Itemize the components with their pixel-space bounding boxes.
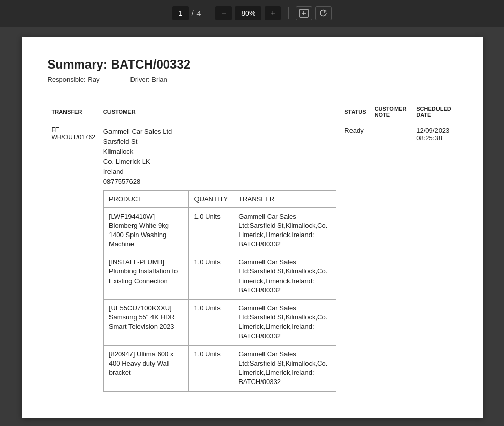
product-col-header: Product: [103, 191, 189, 208]
page-separator: /: [192, 9, 194, 17]
product-transfer-3: Gammell Car Sales Ltd:Sarsfield St,Kilma…: [233, 300, 336, 346]
divider-1: [208, 7, 208, 19]
product-row-1: [LWF194410W] Blomberg White 9kg 1400 Spi…: [103, 207, 336, 253]
toolbar: / 4 − +: [0, 0, 504, 27]
driver-field: Driver: Brian: [130, 76, 167, 83]
view-controls: [296, 6, 332, 20]
status-badge: Ready: [344, 126, 364, 134]
page-number-input[interactable]: [172, 6, 189, 20]
quantity-col-header: Quantity: [189, 191, 233, 208]
product-header-row: Product Quantity Transfer: [103, 191, 336, 208]
scheduled-date: 12/09/2023: [416, 126, 452, 134]
col-header-customer: CUSTOMER: [99, 102, 340, 121]
product-table: Product Quantity Transfer [LWF194410W] B…: [103, 190, 336, 392]
product-row-2: [INSTALL-PLUMB] Plumbing Installation to…: [103, 253, 336, 300]
customer-addr2: Kilmallock: [103, 146, 336, 157]
fit-page-button[interactable]: [296, 6, 312, 20]
zoom-controls: − +: [215, 6, 281, 20]
transfer-line1: FE: [52, 126, 95, 134]
zoom-input[interactable]: [235, 6, 261, 20]
col-header-transfer: TRANSFER: [48, 102, 99, 121]
col-header-status: STATUS: [340, 102, 370, 121]
customer-block: Gammell Car Sales Ltd Sarsfield St Kilma…: [103, 126, 336, 392]
customer-addr1: Sarsfield St: [103, 137, 336, 147]
page-wrapper: Summary: BATCH/00332 Responsible: Ray Dr…: [0, 27, 504, 426]
transfer-id: FE WH/OUT/01762: [48, 121, 99, 397]
transfers-table: TRANSFER CUSTOMER STATUS CUSTOMER NOTE S…: [48, 102, 457, 397]
document-title: Summary: BATCH/00332: [48, 57, 457, 72]
scheduled-time: 08:25:38: [416, 134, 452, 142]
section-divider: [48, 94, 457, 94]
product-row-3: [UE55CU7100KXXU] Samsung 55" 4K HDR Smar…: [103, 300, 336, 346]
responsible-label: Responsible:: [48, 76, 86, 83]
product-qty-4: 1.0 Units: [189, 345, 233, 391]
col-header-scheduled-date: SCHEDULED DATE: [412, 102, 456, 121]
table-header-row: TRANSFER CUSTOMER STATUS CUSTOMER NOTE S…: [48, 102, 457, 121]
customer-cell: Gammell Car Sales Ltd Sarsfield St Kilma…: [99, 121, 340, 397]
col-header-customer-note: CUSTOMER NOTE: [370, 102, 412, 121]
zoom-out-button[interactable]: −: [215, 6, 232, 20]
product-qty-1: 1.0 Units: [189, 207, 233, 253]
table-row: FE WH/OUT/01762 Gammell Car Sales Ltd Sa…: [48, 121, 457, 397]
customer-addr3: Co. Limerick LK: [103, 157, 336, 167]
document-meta: Responsible: Ray Driver: Brian: [48, 76, 457, 83]
product-transfer-2: Gammell Car Sales Ltd:Sarsfield St,Kilma…: [233, 253, 336, 300]
customer-addr4: Ireland: [103, 166, 336, 177]
product-name-4: [820947] Ultima 600 x 400 Heavy duty Wal…: [103, 345, 189, 391]
transfer-col-header: Transfer: [233, 191, 336, 208]
product-name-2: [INSTALL-PLUMB] Plumbing Installation to…: [103, 253, 189, 300]
divider-2: [288, 7, 289, 19]
product-row-4: [820947] Ultima 600 x 400 Heavy duty Wal…: [103, 345, 336, 391]
customer-name: Gammell Car Sales Ltd: [103, 126, 336, 137]
page-navigation: / 4: [172, 6, 201, 20]
responsible-value: Ray: [87, 76, 99, 83]
product-qty-2: 1.0 Units: [189, 253, 233, 300]
responsible-field: Responsible: Ray: [48, 76, 100, 83]
zoom-in-button[interactable]: +: [265, 6, 281, 20]
product-name-3: [UE55CU7100KXXU] Samsung 55" 4K HDR Smar…: [103, 300, 189, 346]
status-cell: Ready: [340, 121, 370, 397]
rotate-button[interactable]: [315, 6, 332, 20]
scheduled-date-cell: 12/09/2023 08:25:38: [412, 121, 456, 397]
product-name-1: [LWF194410W] Blomberg White 9kg 1400 Spi…: [103, 207, 189, 253]
customer-note-cell: [370, 121, 412, 397]
total-pages: 4: [197, 9, 201, 17]
customer-phone: 0877557628: [103, 177, 336, 187]
transfer-line2: WH/OUT/01762: [52, 134, 95, 141]
document: Summary: BATCH/00332 Responsible: Ray Dr…: [22, 37, 483, 418]
product-qty-3: 1.0 Units: [189, 300, 233, 346]
product-transfer-1: Gammell Car Sales Ltd:Sarsfield St,Kilma…: [233, 207, 336, 253]
product-transfer-4: Gammell Car Sales Ltd:Sarsfield St,Kilma…: [233, 345, 336, 391]
